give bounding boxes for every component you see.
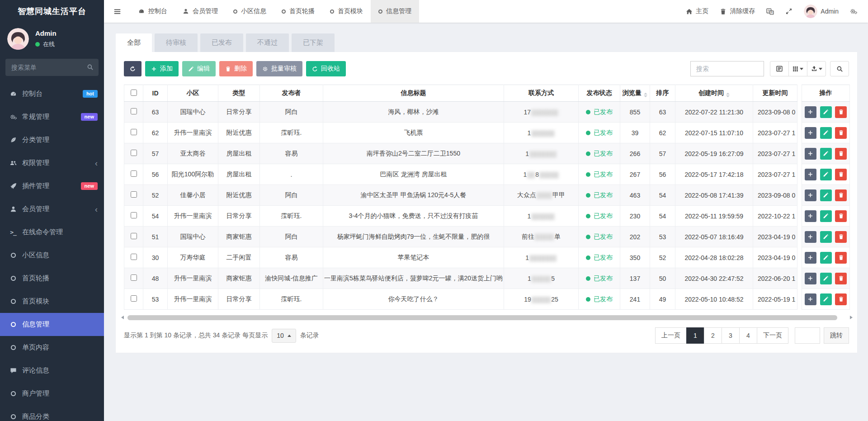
row-checkbox[interactable] <box>131 108 137 114</box>
nav-tab-member[interactable]: 会员管理 <box>175 0 226 23</box>
row-edit-button[interactable] <box>820 127 832 139</box>
row-edit-button[interactable] <box>820 252 832 264</box>
sidebar-item-goods[interactable]: 商品分类 <box>0 405 104 421</box>
sidebar-item-category[interactable]: 分类管理 <box>0 128 104 151</box>
edit-button[interactable]: 编辑 <box>182 61 216 76</box>
row-delete-button[interactable] <box>835 106 847 118</box>
row-checkbox[interactable] <box>131 129 137 135</box>
sidebar-item-page[interactable]: 单页内容 <box>0 336 104 359</box>
sidebar-item-console[interactable]: 控制台 hot <box>0 82 104 105</box>
row-checkbox[interactable] <box>131 274 137 281</box>
page-button-4[interactable]: 4 <box>739 327 757 344</box>
nav-tab-module[interactable]: 首页模块 <box>322 0 371 23</box>
scrollbar-thumb[interactable] <box>127 315 837 320</box>
fullscreen-button[interactable] <box>785 8 793 15</box>
menu-search-input[interactable] <box>5 59 99 76</box>
row-edit-button[interactable] <box>820 189 832 201</box>
jump-button[interactable]: 跳转 <box>824 327 849 344</box>
sidebar-item-general[interactable]: 常规管理 new <box>0 105 104 128</box>
nav-tab-community[interactable]: 小区信息 <box>226 0 274 23</box>
settings-button[interactable] <box>850 8 857 15</box>
status-tab-0[interactable]: 全部 <box>116 33 152 52</box>
next-page-button[interactable]: 下一页 <box>757 327 788 344</box>
row-checkbox[interactable] <box>131 212 137 218</box>
recycle-bin-button[interactable]: 回收站 <box>306 61 346 76</box>
row-edit-button[interactable] <box>820 169 832 180</box>
row-add-button[interactable] <box>805 169 816 180</box>
add-button[interactable]: 添加 <box>145 61 179 76</box>
row-checkbox[interactable] <box>131 254 137 260</box>
row-delete-button[interactable] <box>835 273 847 284</box>
detail-view-button[interactable] <box>770 61 789 76</box>
nav-tab-console[interactable]: 控制台 <box>131 0 175 23</box>
columns-button[interactable] <box>788 61 807 76</box>
col-created[interactable]: 创建时间 <box>675 85 753 102</box>
row-delete-button[interactable] <box>835 148 847 160</box>
row-edit-button[interactable] <box>820 293 832 305</box>
row-add-button[interactable] <box>805 210 816 222</box>
row-add-button[interactable] <box>805 273 816 284</box>
export-button[interactable] <box>807 61 826 76</box>
batch-audit-button[interactable]: 批量审核 <box>256 61 302 76</box>
nav-tab-banner[interactable]: 首页轮播 <box>274 0 322 23</box>
row-delete-button[interactable] <box>835 127 847 139</box>
row-delete-button[interactable] <box>835 189 847 201</box>
col-updated[interactable]: 更新时间 <box>753 85 797 102</box>
topbar-user[interactable]: Admin <box>804 5 839 18</box>
row-edit-button[interactable] <box>820 148 832 160</box>
select-all-checkbox[interactable] <box>131 90 137 96</box>
row-delete-button[interactable] <box>835 252 847 264</box>
row-delete-button[interactable] <box>835 210 847 222</box>
page-size-select[interactable]: 10 <box>272 329 296 343</box>
status-tab-3[interactable]: 不通过 <box>246 33 289 52</box>
row-add-button[interactable] <box>805 252 816 264</box>
page-button-1[interactable]: 1 <box>686 327 704 344</box>
sidebar-item-comment[interactable]: 评论信息 <box>0 359 104 382</box>
home-button[interactable]: 主页 <box>686 7 708 15</box>
row-edit-button[interactable] <box>820 210 832 222</box>
hamburger-menu-icon[interactable] <box>104 0 131 23</box>
page-button-3[interactable]: 3 <box>722 327 740 344</box>
row-add-button[interactable] <box>805 127 816 139</box>
col-views[interactable]: 浏览量 <box>620 85 650 102</box>
sidebar-item-command[interactable]: >_ 在线命令管理 <box>0 221 104 244</box>
sidebar-item-merchant[interactable]: 商户管理 <box>0 382 104 405</box>
sidebar-item-module[interactable]: 首页模块 <box>0 290 104 313</box>
sidebar-item-member[interactable]: 会员管理 ‹ <box>0 198 104 221</box>
row-edit-button[interactable] <box>820 106 832 118</box>
row-add-button[interactable] <box>805 231 816 243</box>
nav-tab-info[interactable]: 信息管理 <box>371 0 419 23</box>
jump-page-input[interactable] <box>795 327 820 344</box>
sidebar-item-info[interactable]: 信息管理 <box>0 313 104 336</box>
prev-page-button[interactable]: 上一页 <box>655 327 687 344</box>
status-tab-2[interactable]: 已发布 <box>200 33 243 52</box>
sidebar-item-addon[interactable]: 插件管理 new <box>0 175 104 198</box>
row-edit-button[interactable] <box>820 231 832 243</box>
row-delete-button[interactable] <box>835 293 847 305</box>
row-edit-button[interactable] <box>820 273 832 284</box>
page-button-2[interactable]: 2 <box>704 327 722 344</box>
row-checkbox[interactable] <box>131 233 137 239</box>
row-delete-button[interactable] <box>835 169 847 180</box>
row-checkbox[interactable] <box>131 170 137 177</box>
language-button[interactable]: 文A <box>766 8 774 15</box>
clear-cache-button[interactable]: 清除缓存 <box>720 7 755 15</box>
row-add-button[interactable] <box>805 293 816 305</box>
sidebar-item-banner[interactable]: 首页轮播 <box>0 267 104 290</box>
status-tab-4[interactable]: 已下架 <box>292 33 335 52</box>
user-avatar[interactable] <box>7 28 29 50</box>
row-delete-button[interactable] <box>835 231 847 243</box>
row-add-button[interactable] <box>805 189 816 201</box>
table-search-input[interactable] <box>690 61 764 76</box>
row-checkbox[interactable] <box>131 191 137 198</box>
refresh-button[interactable] <box>124 61 142 76</box>
delete-button[interactable]: 删除 <box>219 61 253 76</box>
row-checkbox[interactable] <box>131 150 137 156</box>
sidebar-item-auth[interactable]: 权限管理 ‹ <box>0 151 104 175</box>
status-tab-1[interactable]: 待审核 <box>155 33 198 52</box>
sidebar-item-community[interactable]: 小区信息 <box>0 244 104 267</box>
advanced-search-button[interactable] <box>830 61 849 76</box>
row-checkbox[interactable] <box>131 295 137 302</box>
row-add-button[interactable] <box>805 148 816 160</box>
row-add-button[interactable] <box>805 106 816 118</box>
